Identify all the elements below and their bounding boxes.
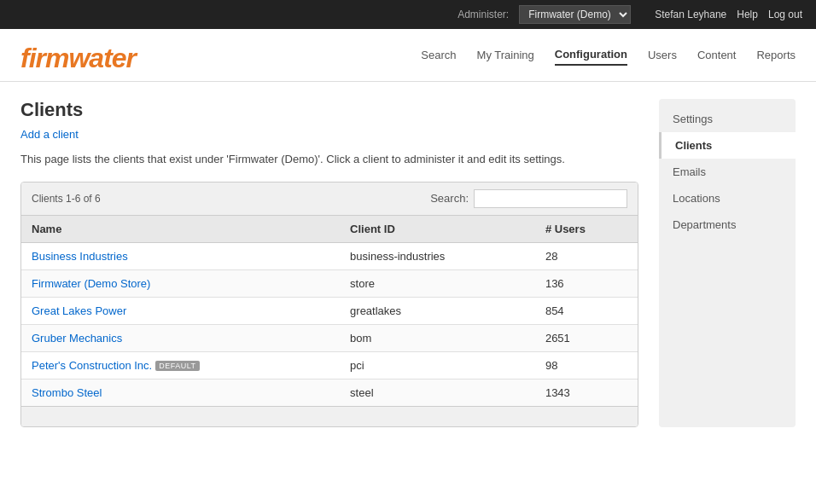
- client-name-cell: Great Lakes Power: [21, 297, 340, 324]
- table-row: Great Lakes Powergreatlakes854: [21, 297, 638, 324]
- search-input[interactable]: [474, 189, 627, 208]
- client-name-cell: Peter's Construction Inc.DEFAULT: [21, 351, 340, 379]
- table-row: Strombo Steelsteel1343: [21, 379, 638, 406]
- client-badge: DEFAULT: [155, 361, 199, 371]
- nav-content[interactable]: Content: [697, 45, 737, 65]
- add-client-link[interactable]: Add a client: [20, 128, 79, 141]
- client-id-cell: greatlakes: [340, 297, 535, 324]
- client-name-link[interactable]: Firmwater (Demo Store): [32, 277, 150, 290]
- client-users-cell: 854: [535, 297, 638, 324]
- table-toolbar: Clients 1-6 of 6 Search:: [21, 182, 638, 216]
- table-row: Firmwater (Demo Store)store136: [21, 269, 638, 297]
- table-footer: [21, 406, 638, 426]
- administer-label: Administer:: [458, 9, 509, 20]
- table-body: Business Industriesbusiness-industries28…: [21, 242, 638, 406]
- header: firmwater Search My Training Configurati…: [0, 29, 816, 74]
- search-label: Search:: [430, 192, 469, 205]
- col-name: Name: [21, 216, 340, 243]
- client-name-link[interactable]: Gruber Mechanics: [32, 332, 122, 345]
- client-users-cell: 28: [535, 242, 638, 269]
- sidebar-item-settings[interactable]: Settings: [659, 106, 796, 132]
- clients-table-container: Clients 1-6 of 6 Search: Name Client ID …: [20, 182, 638, 427]
- sidebar: Settings Clients Emails Locations Depart…: [659, 99, 796, 427]
- nav-my-training[interactable]: My Training: [477, 45, 534, 65]
- nav-reports[interactable]: Reports: [756, 45, 796, 65]
- client-name-cell: Business Industries: [21, 242, 340, 269]
- client-users-cell: 2651: [535, 324, 638, 351]
- client-users-cell: 1343: [535, 379, 638, 406]
- nav-users[interactable]: Users: [648, 45, 677, 65]
- content-area: Clients Add a client This page lists the…: [0, 82, 816, 444]
- client-name-link[interactable]: Peter's Construction Inc.: [32, 359, 152, 372]
- main-content: Clients Add a client This page lists the…: [20, 99, 638, 427]
- client-name-cell: Firmwater (Demo Store): [21, 269, 340, 297]
- client-name-cell: Strombo Steel: [21, 379, 340, 406]
- client-name-link[interactable]: Business Industries: [32, 250, 128, 263]
- logo: firmwater: [20, 43, 136, 74]
- username: Stefan Leyhane: [655, 9, 726, 20]
- client-id-cell: bom: [340, 324, 535, 351]
- client-id-cell: steel: [340, 379, 535, 406]
- page-title: Clients: [20, 99, 638, 121]
- clients-table: Name Client ID # Users Business Industri…: [21, 216, 638, 406]
- top-bar: Administer: Firmwater (Demo) Stefan Leyh…: [0, 0, 816, 29]
- client-id-cell: business-industries: [340, 242, 535, 269]
- sidebar-item-departments[interactable]: Departments: [659, 211, 796, 238]
- client-id-cell: pci: [340, 351, 535, 379]
- client-name-link[interactable]: Strombo Steel: [32, 386, 102, 399]
- sidebar-item-locations[interactable]: Locations: [659, 185, 796, 211]
- client-users-cell: 98: [535, 351, 638, 379]
- logout-link[interactable]: Log out: [768, 9, 802, 20]
- page-description: This page lists the clients that exist u…: [20, 151, 638, 168]
- client-users-cell: 136: [535, 269, 638, 297]
- nav-configuration[interactable]: Configuration: [555, 44, 627, 66]
- client-name-link[interactable]: Great Lakes Power: [32, 304, 126, 317]
- client-name-cell: Gruber Mechanics: [21, 324, 340, 351]
- col-users: # Users: [535, 216, 638, 243]
- sidebar-item-clients[interactable]: Clients: [659, 132, 796, 159]
- col-client-id: Client ID: [340, 216, 535, 243]
- clients-count: Clients 1-6 of 6: [32, 193, 101, 205]
- nav-search[interactable]: Search: [421, 45, 456, 65]
- client-select[interactable]: Firmwater (Demo): [519, 5, 631, 24]
- search-area: Search:: [430, 189, 627, 208]
- table-row: Business Industriesbusiness-industries28: [21, 242, 638, 269]
- main-nav: Search My Training Configuration Users C…: [421, 44, 796, 72]
- table-header: Name Client ID # Users: [21, 216, 638, 243]
- client-id-cell: store: [340, 269, 535, 297]
- table-row: Gruber Mechanicsbom2651: [21, 324, 638, 351]
- table-row: Peter's Construction Inc.DEFAULTpci98: [21, 351, 638, 379]
- help-link[interactable]: Help: [737, 9, 758, 20]
- sidebar-item-emails[interactable]: Emails: [659, 159, 796, 185]
